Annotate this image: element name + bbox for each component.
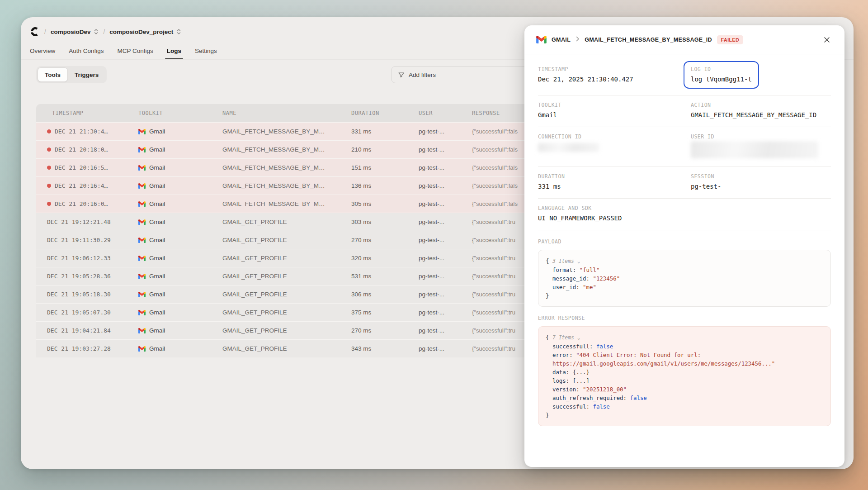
row-timestamp: DEC 21 19:12:21.48 <box>36 219 138 225</box>
tools-triggers-segmented-control: Tools Triggers <box>36 66 107 83</box>
panel-action-title: GMAIL_FETCH_MESSAGE_BY_MESSAGE_ID <box>585 37 712 43</box>
row-toolkit-label: Gmail <box>149 327 165 334</box>
column-header-name: NAME <box>222 110 351 116</box>
row-toolkit-label: Gmail <box>149 291 165 298</box>
tab-logs[interactable]: Logs <box>167 43 181 59</box>
segment-triggers[interactable]: Triggers <box>68 67 105 82</box>
row-duration: 305 ms <box>351 200 419 207</box>
log-detail-panel: GMAIL GMAIL_FETCH_MESSAGE_BY_MESSAGE_ID … <box>524 25 844 467</box>
row-toolkit-label: Gmail <box>149 219 165 225</box>
row-toolkit-label: Gmail <box>149 182 165 189</box>
error-response-section: ERROR RESPONSE { 7 Items ⌄ successfull: … <box>538 307 831 426</box>
log-detail-header: GMAIL GMAIL_FETCH_MESSAGE_BY_MESSAGE_ID … <box>524 25 844 54</box>
row-duration: 331 ms <box>351 128 419 135</box>
gmail-icon <box>138 328 146 333</box>
row-toolkit: Gmail <box>138 200 222 207</box>
chevron-up-down-icon <box>176 29 181 35</box>
close-icon[interactable] <box>821 34 833 46</box>
row-timestamp: DEC 21 21:30:4… <box>36 128 138 135</box>
chevron-right-icon <box>576 36 580 43</box>
field-label: TOOLKIT <box>538 102 691 108</box>
row-name: GMAIL_GET_PROFILE <box>222 219 351 225</box>
column-header-timestamp: TIMESTAMP <box>36 110 138 116</box>
error-status-dot-icon <box>47 202 51 206</box>
row-user: pg-test-... <box>419 255 472 262</box>
row-toolkit: Gmail <box>138 164 222 171</box>
row-name: GMAIL_GET_PROFILE <box>222 291 351 298</box>
row-duration: 270 ms <box>351 237 419 243</box>
row-timestamp: DEC 21 19:05:18.30 <box>36 291 138 298</box>
tab-auth-configs[interactable]: Auth Configs <box>69 43 104 59</box>
row-name: GMAIL_GET_PROFILE <box>222 309 351 316</box>
tab-settings[interactable]: Settings <box>195 43 217 59</box>
row-toolkit: Gmail <box>138 273 222 280</box>
row-duration: 303 ms <box>351 219 419 225</box>
gmail-icon <box>138 346 146 352</box>
row-duration: 375 ms <box>351 309 419 316</box>
row-user: pg-test-... <box>419 128 472 135</box>
error-status-dot-icon <box>47 184 51 188</box>
field-action: ACTION GMAIL_FETCH_MESSAGE_BY_MESSAGE_ID <box>691 102 831 119</box>
panel-toolkit-crumb[interactable]: GMAIL <box>552 37 571 43</box>
row-toolkit-label: Gmail <box>149 273 165 280</box>
row-toolkit-label: Gmail <box>149 345 165 352</box>
row-user: pg-test-... <box>419 219 472 225</box>
row-user: pg-test-... <box>419 291 472 298</box>
error-status-dot-icon <box>47 129 51 133</box>
field-value: Dec 21, 2025 21:30:40.427 <box>538 76 691 83</box>
row-toolkit-label: Gmail <box>149 146 165 153</box>
field-label: ACTION <box>691 102 831 108</box>
row-user: pg-test-... <box>419 146 472 153</box>
row-user: pg-test-... <box>419 309 472 316</box>
gmail-icon <box>138 201 146 207</box>
field-value: 331 ms <box>538 183 691 190</box>
row-user: pg-test-... <box>419 345 472 352</box>
row-toolkit: Gmail <box>138 219 222 225</box>
redacted-user-id-value <box>691 141 818 158</box>
gmail-icon <box>138 147 146 152</box>
row-duration: 136 ms <box>351 182 419 189</box>
field-log-id: LOG ID log_tVqomBgg11-t <box>691 66 831 87</box>
row-name: GMAIL_GET_PROFILE <box>222 255 351 262</box>
breadcrumb-separator: / <box>44 28 46 35</box>
row-name: GMAIL_FETCH_MESSAGE_BY_M… <box>222 128 351 135</box>
gmail-icon <box>536 36 547 43</box>
row-duration: 306 ms <box>351 291 419 298</box>
row-timestamp: DEC 21 19:11:30.29 <box>36 237 138 243</box>
row-toolkit: Gmail <box>138 146 222 153</box>
chevron-up-down-icon <box>94 29 99 35</box>
field-value: GMAIL_FETCH_MESSAGE_BY_MESSAGE_ID <box>691 111 831 119</box>
composio-logo-icon <box>29 26 40 37</box>
row-name: GMAIL_FETCH_MESSAGE_BY_M… <box>222 164 351 171</box>
row-name: GMAIL_GET_PROFILE <box>222 327 351 334</box>
row-timestamp: DEC 21 19:04:21.84 <box>36 327 138 334</box>
field-value: log_tVqomBgg11-t <box>691 76 752 83</box>
field-label: TIMESTAMP <box>538 66 691 72</box>
field-session: SESSION pg-test- <box>691 173 831 190</box>
row-name: GMAIL_FETCH_MESSAGE_BY_M… <box>222 146 351 153</box>
log-id-highlight-box[interactable]: LOG ID log_tVqomBgg11-t <box>684 61 759 89</box>
row-duration: 320 ms <box>351 255 419 262</box>
row-timestamp: DEC 21 20:18:0… <box>36 146 138 153</box>
row-user: pg-test-... <box>419 327 472 334</box>
row-toolkit-label: Gmail <box>149 164 165 171</box>
row-toolkit-label: Gmail <box>149 309 165 316</box>
row-user: pg-test-... <box>419 200 472 207</box>
column-header-toolkit: TOOLKIT <box>138 110 222 116</box>
row-name: GMAIL_FETCH_MESSAGE_BY_M… <box>222 200 351 207</box>
error-status-dot-icon <box>47 166 51 170</box>
project-switcher[interactable]: composioDev_project <box>109 29 181 35</box>
segment-tools[interactable]: Tools <box>38 67 68 82</box>
gmail-icon <box>138 292 146 297</box>
error-json: { 7 Items ⌄ successfull: false error: "4… <box>538 326 831 426</box>
payload-json: { 3 Items ⌄ format: "full" message_id: "… <box>538 250 831 307</box>
field-label: USER ID <box>691 133 831 140</box>
row-timestamp: DEC 21 19:06:12.33 <box>36 255 138 262</box>
tab-mcp-configs[interactable]: MCP Configs <box>118 43 153 59</box>
row-toolkit-label: Gmail <box>149 128 165 135</box>
tab-overview[interactable]: Overview <box>30 43 55 59</box>
row-toolkit: Gmail <box>138 182 222 189</box>
row-duration: 151 ms <box>351 164 419 171</box>
row-timestamp: DEC 21 19:05:28.36 <box>36 273 138 280</box>
org-switcher[interactable]: composioDev <box>51 29 99 35</box>
